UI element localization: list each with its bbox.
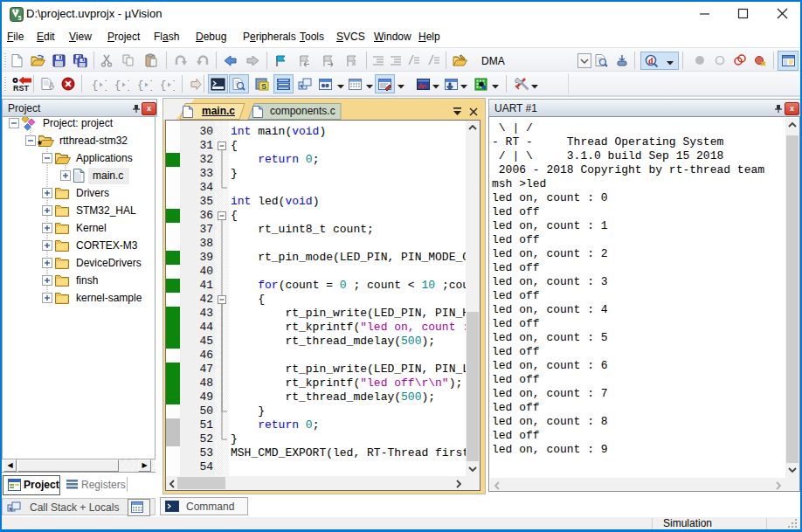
svg-text:main.c: main.c xyxy=(93,169,123,182)
svg-text:*: * xyxy=(38,139,42,151)
svg-text:{ }: { } xyxy=(114,79,129,92)
svg-text:rtthread-stm32: rtthread-stm32 xyxy=(59,135,128,147)
svg-text:finsh: finsh xyxy=(76,274,98,287)
svg-text:DeviceDrivers: DeviceDrivers xyxy=(76,257,142,269)
svg-text:S: S xyxy=(261,82,266,91)
svg-text:Drivers: Drivers xyxy=(76,187,109,199)
svg-text:Applications: Applications xyxy=(76,152,133,164)
svg-text:d: d xyxy=(648,56,653,66)
svg-text:5: 5 xyxy=(18,15,22,21)
svg-text:kernel-sample: kernel-sample xyxy=(76,292,142,304)
svg-text:Kernel: Kernel xyxy=(76,222,107,234)
svg-text:Project: project: Project: project xyxy=(43,117,114,129)
svg-text:CORTEX-M3: CORTEX-M3 xyxy=(76,239,138,252)
svg-text:{ }: { } xyxy=(92,79,107,92)
svg-text:RST: RST xyxy=(13,84,30,92)
svg-text:{ }: { } xyxy=(160,79,175,92)
svg-text:{ }: { } xyxy=(137,79,152,92)
svg-text:STM32_HAL: STM32_HAL xyxy=(76,204,136,217)
